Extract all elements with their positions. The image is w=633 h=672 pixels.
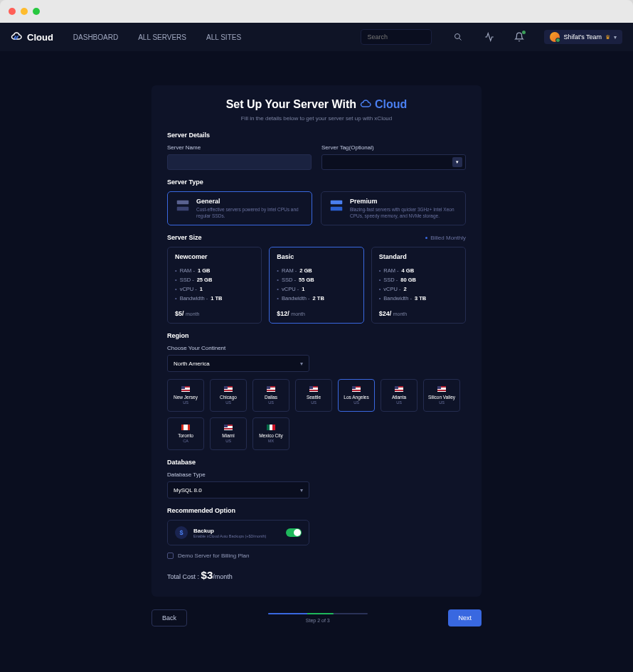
checkbox-icon bbox=[167, 553, 174, 559]
size-plan-newcomer[interactable]: Newcomer RAM - 1 GB SSD - 25 GB vCPU - 1… bbox=[167, 247, 262, 324]
progress-label: Step 2 of 3 bbox=[268, 618, 368, 623]
type-premium-title: Premium bbox=[350, 198, 458, 205]
hero: Set Up Your Server With Cloud Fill in th… bbox=[167, 98, 466, 122]
nav-dashboard[interactable]: DASHBOARD bbox=[73, 33, 118, 41]
flag-us-icon bbox=[309, 386, 318, 392]
billing-cycle[interactable]: Billed Monthly bbox=[425, 235, 466, 241]
flag-ca-icon bbox=[181, 425, 190, 430]
plan-price: $24/ month bbox=[379, 310, 458, 317]
chevron-down-icon: ▾ bbox=[614, 34, 617, 41]
location-dallas[interactable]: Dallas US bbox=[252, 379, 289, 412]
cloud-logo-icon bbox=[360, 98, 373, 111]
svg-rect-2 bbox=[177, 207, 189, 211]
flag-us-icon bbox=[224, 425, 233, 430]
notification-dot-icon bbox=[522, 31, 526, 34]
search-icon bbox=[454, 33, 462, 41]
page-title: Set Up Your Server With Cloud bbox=[226, 98, 408, 111]
flag-us-icon bbox=[181, 386, 190, 392]
chevron-down-icon: ▾ bbox=[452, 157, 462, 167]
server-tag-label: Server Tag(Optional) bbox=[321, 144, 466, 151]
total-cost: Total Cost : $3/month bbox=[167, 569, 466, 581]
server-name-label: Server Name bbox=[167, 144, 312, 151]
type-premium-desc: Blazing-fast servers with quicker 3GHz+ … bbox=[350, 206, 458, 219]
cloud-logo-icon bbox=[11, 31, 23, 43]
size-plan-basic[interactable]: Basic RAM - 2 GB SSD - 55 GB vCPU - 1 Ba… bbox=[269, 247, 363, 324]
search-input-wrap[interactable] bbox=[361, 29, 432, 45]
svg-point-0 bbox=[455, 34, 460, 39]
location-toronto[interactable]: Toronto CA bbox=[167, 417, 204, 450]
server-general-icon bbox=[175, 198, 191, 213]
nav-sites[interactable]: ALL SITES bbox=[206, 33, 241, 41]
activity-button[interactable] bbox=[484, 32, 494, 42]
location-los-angeles[interactable]: Los Angeles US bbox=[338, 379, 375, 412]
location-new-jersey[interactable]: New Jersey US bbox=[167, 379, 204, 412]
continent-label: Choose Your Continent bbox=[167, 345, 466, 351]
location-silicon-valley[interactable]: Silicon Valley US bbox=[423, 379, 460, 412]
location-seattle[interactable]: Seattle US bbox=[295, 379, 332, 412]
search-button[interactable] bbox=[452, 31, 464, 43]
plan-name: Standard bbox=[379, 253, 458, 260]
backup-title: Backup bbox=[193, 528, 280, 534]
window-chrome bbox=[0, 0, 633, 23]
location-mexico-city[interactable]: Mexico City MX bbox=[252, 417, 289, 450]
svg-rect-1 bbox=[177, 201, 189, 205]
database-type-label: Database Type bbox=[167, 471, 466, 478]
brand-text: Cloud bbox=[27, 32, 53, 43]
continent-select[interactable]: North America ▾ bbox=[167, 355, 309, 372]
crown-icon: ♛ bbox=[605, 34, 610, 41]
back-button[interactable]: Back bbox=[151, 609, 187, 626]
recommended-heading: Recommended Option bbox=[167, 507, 466, 514]
backup-toggle[interactable] bbox=[286, 528, 302, 537]
size-plan-standard[interactable]: Standard RAM - 4 GB SSD - 80 GB vCPU - 2… bbox=[371, 247, 466, 324]
server-type-heading: Server Type bbox=[167, 178, 466, 186]
team-name: Shifat's Team bbox=[563, 33, 602, 41]
progress-bar bbox=[268, 613, 368, 614]
database-heading: Database bbox=[167, 459, 466, 466]
type-general-title: General bbox=[196, 198, 304, 205]
mac-zoom-icon[interactable] bbox=[33, 8, 40, 15]
server-premium-icon bbox=[329, 198, 344, 213]
nav-servers[interactable]: ALL SERVERS bbox=[138, 33, 186, 41]
plan-price: $12/ month bbox=[277, 310, 356, 317]
activity-icon bbox=[484, 32, 494, 42]
location-atlanta[interactable]: Atlanta US bbox=[381, 379, 417, 412]
mac-minimize-icon[interactable] bbox=[21, 8, 28, 15]
server-name-input[interactable] bbox=[167, 154, 312, 170]
location-miami[interactable]: Miami US bbox=[210, 417, 247, 450]
backup-option[interactable]: $ Backup Enable xCloud Auto Backups (+$3… bbox=[167, 520, 309, 545]
avatar bbox=[550, 32, 560, 42]
type-general-desc: Cost-effective servers powered by Intel … bbox=[196, 206, 304, 219]
progress: Step 2 of 3 bbox=[268, 613, 368, 623]
dollar-icon: $ bbox=[175, 526, 188, 539]
notifications-button[interactable] bbox=[514, 32, 524, 42]
flag-us-icon bbox=[352, 386, 361, 392]
type-general[interactable]: General Cost-effective servers powered b… bbox=[167, 191, 312, 225]
flag-mx-icon bbox=[267, 425, 275, 430]
brand-logo[interactable]: Cloud bbox=[11, 31, 53, 43]
database-select[interactable]: MySQL 8.0 ▾ bbox=[167, 481, 309, 498]
chevron-down-icon: ▾ bbox=[300, 487, 303, 494]
plan-price: $5/ month bbox=[175, 310, 254, 317]
topbar: Cloud DASHBOARD ALL SERVERS ALL SITES Sh… bbox=[0, 23, 633, 51]
wizard-footer: Back Step 2 of 3 Next bbox=[151, 609, 482, 626]
setup-panel: Set Up Your Server With Cloud Fill in th… bbox=[151, 85, 482, 597]
server-fast-icon bbox=[329, 198, 344, 213]
server-stack-icon bbox=[175, 198, 191, 213]
plan-name: Newcomer bbox=[175, 253, 254, 260]
location-chicago[interactable]: Chicago US bbox=[210, 379, 247, 412]
svg-rect-4 bbox=[331, 207, 343, 211]
inline-brand: Cloud bbox=[360, 98, 407, 111]
flag-us-icon bbox=[267, 386, 275, 392]
server-tag-select[interactable]: ▾ bbox=[321, 154, 466, 170]
team-switcher[interactable]: Shifat's Team ♛ ▾ bbox=[544, 30, 622, 44]
server-size-heading: Server Size bbox=[167, 234, 202, 241]
mac-close-icon[interactable] bbox=[9, 8, 16, 15]
demo-server-checkbox[interactable]: Demo Server for Billing Plan bbox=[167, 553, 466, 559]
plan-name: Basic bbox=[277, 253, 356, 260]
search-input[interactable] bbox=[367, 33, 425, 41]
next-button[interactable]: Next bbox=[448, 609, 482, 626]
type-premium[interactable]: Premium Blazing-fast servers with quicke… bbox=[321, 191, 466, 225]
svg-rect-3 bbox=[331, 201, 343, 205]
backup-desc: Enable xCloud Auto Backups (+$3/month) bbox=[193, 534, 280, 538]
flag-us-icon bbox=[395, 386, 403, 392]
